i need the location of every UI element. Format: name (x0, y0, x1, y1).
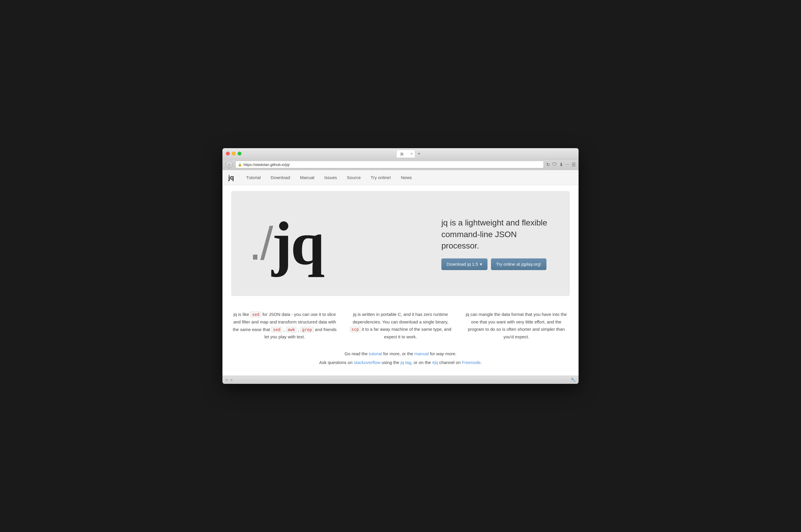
hero-buttons: Download jq 1.5 ▾ Try online at jqplay.o… (441, 259, 552, 270)
browser-window: jq ✕ + ‹ 🔒 https://stedolan.github.io/jq… (222, 148, 579, 384)
nav-download[interactable]: Download (270, 174, 291, 181)
browser-actions: ↻ 🛡 ⬇ ··· ☰ (546, 162, 576, 167)
hero-tagline: jq is a lightweight and flexible command… (441, 217, 552, 251)
minimize-button[interactable] (232, 152, 236, 155)
nav-manual[interactable]: Manual (299, 174, 315, 181)
wrench-icon[interactable]: 🔧 (571, 377, 576, 382)
feature-1-awk: awk (286, 327, 296, 332)
status-bar-expand-icon[interactable]: » (230, 377, 233, 382)
footer-text-8: . (480, 360, 481, 365)
nav-issues[interactable]: Issues (324, 174, 338, 181)
url-bar[interactable]: 🔒 https://stedolan.github.io/jq/ (235, 161, 544, 168)
status-bar: ✕ » 🔧 (222, 376, 579, 384)
manual-link[interactable]: manual (415, 351, 429, 356)
hero-section: ./ jq jq is a lightweight and flexible c… (231, 191, 570, 296)
nav-try-online[interactable]: Try online! (370, 174, 392, 181)
main-content: ./ jq jq is a lightweight and flexible c… (222, 191, 579, 376)
url-text: https://stedolan.github.io/jq/ (243, 163, 290, 167)
nav-tutorial[interactable]: Tutorial (246, 174, 261, 181)
footer-text-7: channel on (438, 360, 462, 365)
dropdown-arrow-icon: ▾ (480, 262, 482, 267)
tutorial-link[interactable]: tutorial (369, 351, 382, 356)
tab-bar: jq ✕ + (241, 150, 575, 157)
feature-2-text1: jq is written in portable C, and it has … (353, 312, 448, 324)
feature-1-comma2: , (296, 327, 301, 332)
nav-source[interactable]: Source (346, 174, 361, 181)
close-button[interactable] (226, 152, 230, 155)
feature-1: jq is like sed for JSON data - you can u… (231, 311, 338, 341)
try-online-button[interactable]: Try online at jqplay.org! (491, 259, 546, 270)
download-icon[interactable]: ⬇ (559, 162, 563, 167)
site-brand[interactable]: jq (228, 174, 234, 182)
reload-icon[interactable]: ↻ (546, 162, 550, 167)
nav-news[interactable]: News (400, 174, 413, 181)
overflow-menu-icon[interactable]: ··· (565, 162, 569, 167)
footer-text-3: for way more. (429, 351, 457, 356)
traffic-lights (226, 152, 241, 155)
feature-2: jq is written in portable C, and it has … (347, 311, 454, 341)
footer-text-4: Ask questions on (319, 360, 353, 365)
stackoverflow-link[interactable]: stackoverflow (354, 360, 380, 365)
download-button-label: Download jq 1.5 (447, 262, 478, 267)
way-emphasis: way (436, 351, 444, 356)
feature-1-sed2: sed (271, 327, 282, 332)
jq-tag-link[interactable]: jq tag (401, 360, 411, 365)
hamburger-menu-icon[interactable]: ☰ (571, 162, 576, 167)
footer-text-5: using the (380, 360, 401, 365)
feature-1-comma1: , (282, 327, 286, 332)
logo-jq: jq (272, 214, 324, 273)
try-online-button-label: Try online at jqplay.org! (496, 262, 541, 267)
ssl-lock-icon: 🔒 (238, 163, 242, 167)
site-nav: jq Tutorial Download Manual Issues Sourc… (222, 170, 579, 185)
active-tab[interactable]: jq ✕ (396, 150, 415, 157)
footer-text-2: for more, or the (382, 351, 415, 356)
status-bar-close-icon[interactable]: ✕ (225, 378, 228, 382)
feature-3-text: jq can mangle the data format that you h… (466, 312, 567, 339)
freenode-link[interactable]: Freenode (462, 360, 480, 365)
tab-close-icon[interactable]: ✕ (410, 152, 413, 156)
back-button[interactable]: ‹ (225, 161, 233, 168)
tab-title: jq (401, 152, 403, 156)
maximize-button[interactable] (238, 152, 241, 155)
feature-1-text: jq is like (234, 312, 251, 317)
hero-text: jq is a lightweight and flexible command… (441, 217, 552, 270)
footer-line-1: Go read the tutorial for more, or the ma… (231, 349, 570, 358)
jq-channel-link[interactable]: #jq (432, 360, 438, 365)
feature-2-text2: it to a far away machine of the same typ… (361, 327, 451, 339)
logo-container: ./ jq (249, 203, 371, 284)
footer-text-1: Go read the (344, 351, 369, 356)
feature-1-grep: grep (301, 327, 314, 332)
feature-3: jq can mangle the data format that you h… (463, 311, 570, 341)
download-button[interactable]: Download jq 1.5 ▾ (441, 259, 488, 270)
features-section: jq is like sed for JSON data - you can u… (222, 302, 579, 346)
feature-1-sed: sed (250, 311, 261, 317)
logo-prefix: ./ (249, 220, 272, 267)
footer-text-6: , or on the (411, 360, 432, 365)
title-bar: jq ✕ + (222, 148, 579, 159)
new-tab-button[interactable]: + (418, 151, 420, 156)
feature-2-scp: scp (350, 326, 361, 332)
shield-icon: 🛡 (552, 162, 557, 167)
footer-line-2: Ask questions on stackoverflow using the… (231, 358, 570, 367)
footer-links: Go read the tutorial for more, or the ma… (222, 346, 579, 376)
address-bar: ‹ 🔒 https://stedolan.github.io/jq/ ↻ 🛡 ⬇… (222, 159, 579, 170)
